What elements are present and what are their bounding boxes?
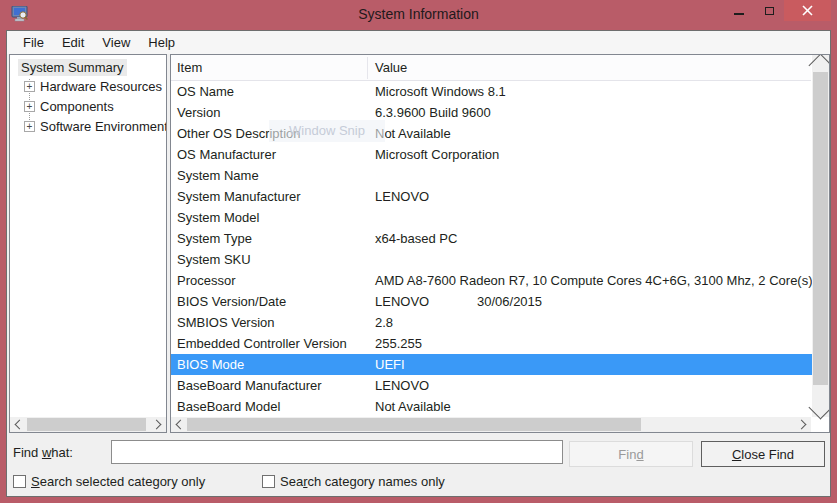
scroll-left-icon[interactable] [10, 417, 26, 432]
close-icon [802, 5, 813, 16]
table-row[interactable]: OS NameMicrosoft Windows 8.1 [171, 81, 812, 102]
row-item-label: System SKU [177, 249, 251, 270]
table-row[interactable]: System Typex64-based PC [171, 228, 812, 249]
tree-children: +Hardware Resources+Components+Software … [10, 77, 166, 137]
table-row[interactable]: System Name [171, 165, 812, 186]
row-value: LENOVO [375, 291, 429, 312]
row-value: Microsoft Windows 8.1 [375, 81, 506, 102]
tree-item-label: Software Environment [40, 119, 167, 134]
table-row[interactable]: BaseBoard ManufacturerLENOVO [171, 375, 812, 396]
scrollbar-thumb[interactable] [813, 72, 828, 385]
details-list-panel: Item Value OS NameMicrosoft Windows 8.1V… [170, 54, 830, 433]
table-row[interactable]: SMBIOS Version2.8 [171, 312, 812, 333]
scroll-up-icon[interactable] [812, 55, 829, 72]
titlebar[interactable]: System Information [0, 0, 837, 30]
row-item-label: System Model [177, 207, 259, 228]
column-divider[interactable] [367, 57, 368, 79]
system-information-window: System Information File Edit View Help S… [0, 0, 837, 503]
minimize-button[interactable] [724, 0, 754, 21]
table-row[interactable]: Embedded Controller Version255.255 [171, 333, 812, 354]
find-input[interactable] [111, 440, 563, 464]
list-vertical-scrollbar[interactable] [812, 55, 829, 417]
checkbox-label[interactable]: Search selected category only [31, 474, 205, 489]
row-value: LENOVO [375, 186, 429, 207]
row-item-label: Processor [177, 270, 236, 291]
row-item-label: System Manufacturer [177, 186, 301, 207]
row-item-label: BIOS Mode [177, 354, 244, 375]
table-row[interactable]: Other OS DescriptionNot Available [171, 123, 812, 144]
table-row[interactable]: OS ManufacturerMicrosoft Corporation [171, 144, 812, 165]
window-title: System Information [0, 6, 837, 22]
menu-help[interactable]: Help [139, 32, 184, 53]
menu-file[interactable]: File [14, 32, 53, 53]
expand-plus-icon[interactable]: + [24, 121, 35, 132]
tree-item-system-summary[interactable]: System Summary [18, 60, 127, 75]
row-item-label: BIOS Version/Date [177, 291, 286, 312]
scroll-left-icon[interactable] [171, 417, 187, 432]
find-button[interactable]: Find [569, 441, 693, 467]
row-item-label: System Type [177, 228, 252, 249]
tree-root-label: System Summary [18, 59, 127, 76]
row-value: LENOVO [375, 375, 429, 396]
row-value-secondary: 30/06/2015 [477, 291, 542, 312]
table-row[interactable]: Version6.3.9600 Build 9600 [171, 102, 812, 123]
table-row[interactable]: System ManufacturerLENOVO [171, 186, 812, 207]
table-row[interactable]: BIOS ModeUEFI [171, 354, 812, 375]
close-button[interactable] [784, 0, 831, 21]
scroll-right-icon[interactable] [795, 417, 811, 432]
table-row[interactable]: BaseBoard ModelNot Available [171, 396, 812, 417]
scroll-right-icon[interactable] [150, 417, 166, 432]
row-item-label: SMBIOS Version [177, 312, 275, 333]
table-row[interactable]: ProcessorAMD A8-7600 Radeon R7, 10 Compu… [171, 270, 812, 291]
tree-item-software-environment[interactable]: +Software Environment [10, 117, 166, 137]
menubar: File Edit View Help [7, 31, 830, 54]
expand-plus-icon[interactable]: + [24, 81, 35, 92]
scrollbar-thumb[interactable] [27, 418, 146, 431]
maximize-button[interactable] [754, 0, 784, 21]
category-tree-panel: System Summary +Hardware Resources+Compo… [9, 54, 167, 433]
checkbox-icon[interactable] [262, 475, 275, 488]
list-rows: OS NameMicrosoft Windows 8.1Version6.3.9… [171, 81, 812, 417]
scrollbar-thumb[interactable] [187, 418, 641, 431]
minimize-icon [734, 13, 744, 15]
row-item-label: BaseBoard Model [177, 396, 280, 417]
row-item-label: Embedded Controller Version [177, 333, 347, 354]
row-value: 6.3.9600 Build 9600 [375, 102, 491, 123]
list-header[interactable]: Item Value [171, 55, 811, 81]
tree-item-label: Hardware Resources [40, 79, 162, 94]
checkbox-icon[interactable] [13, 475, 26, 488]
client-area: File Edit View Help System Summary +Hard… [6, 30, 831, 497]
row-value: Not Available [375, 396, 451, 417]
row-item-label: OS Name [177, 81, 234, 102]
tree-horizontal-scrollbar[interactable] [10, 417, 166, 432]
menu-view[interactable]: View [93, 32, 139, 53]
window-controls [724, 0, 831, 21]
row-value: UEFI [375, 354, 405, 375]
tree-item-label: Components [40, 99, 114, 114]
list-horizontal-scrollbar[interactable] [171, 417, 811, 432]
tree-item-hardware-resources[interactable]: +Hardware Resources [10, 77, 166, 97]
checkbox-label[interactable]: Search category names only [280, 474, 445, 489]
table-row[interactable]: BIOS Version/DateLENOVO30/06/2015 [171, 291, 812, 312]
expand-plus-icon[interactable]: + [24, 101, 35, 112]
close-find-button[interactable]: Close Find [701, 441, 825, 467]
search-selected-category-checkbox-row: Search selected category only [13, 474, 205, 490]
column-header-value[interactable]: Value [375, 55, 407, 81]
search-category-names-checkbox-row: Search category names only [262, 474, 445, 490]
tree-item-components[interactable]: +Components [10, 97, 166, 117]
row-item-label: BaseBoard Manufacturer [177, 375, 322, 396]
table-row[interactable]: System SKU [171, 249, 812, 270]
row-item-label: Version [177, 102, 220, 123]
scroll-down-icon[interactable] [812, 400, 829, 417]
row-value: Not Available [375, 123, 451, 144]
window-snip-ghost: Window Snip [269, 120, 385, 142]
row-item-label: System Name [177, 165, 259, 186]
menu-edit[interactable]: Edit [53, 32, 93, 53]
find-what-label: Find what: [13, 445, 73, 460]
column-header-item[interactable]: Item [177, 55, 202, 81]
maximize-icon [765, 7, 774, 15]
table-row[interactable]: System Model [171, 207, 812, 228]
row-item-label: OS Manufacturer [177, 144, 276, 165]
row-value: 255.255 [375, 333, 422, 354]
row-value: Microsoft Corporation [375, 144, 499, 165]
